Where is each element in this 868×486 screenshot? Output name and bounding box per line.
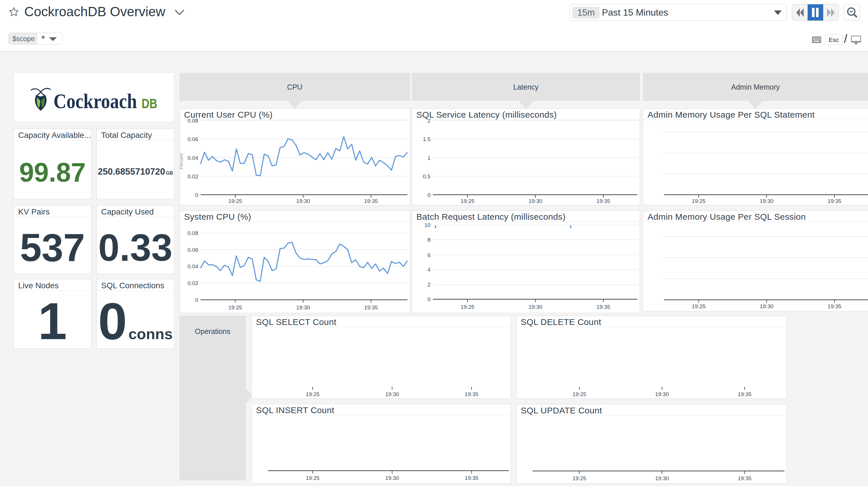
svg-text:8: 8 [427,237,431,243]
svg-text:1: 1 [427,155,431,161]
svg-text:Percent: Percent [180,153,184,169]
svg-text:19:30: 19:30 [655,475,669,481]
svg-text:0: 0 [427,192,431,198]
svg-text:19:30: 19:30 [760,198,774,204]
svg-text:1.5: 1.5 [423,136,431,142]
svg-text:19:25: 19:25 [461,304,474,310]
svg-text:DB: DB [142,96,157,111]
svg-text:2: 2 [427,282,431,288]
svg-text:19:30: 19:30 [385,391,399,397]
svg-text:19:35: 19:35 [828,198,841,204]
svg-text:19:35: 19:35 [738,391,751,397]
svg-text:0: 0 [195,192,198,198]
svg-text:0.06: 0.06 [188,136,198,142]
svg-text:19:35: 19:35 [364,305,378,311]
svg-text:0.06: 0.06 [188,247,198,253]
svg-text:19:35: 19:35 [596,304,610,310]
svg-text:0.02: 0.02 [188,173,198,179]
svg-text:19:25: 19:25 [306,475,319,481]
svg-text:19:25: 19:25 [228,305,242,311]
svg-text:19:25: 19:25 [572,391,586,397]
svg-text:19:25: 19:25 [692,303,706,309]
svg-text:19:30: 19:30 [528,304,542,310]
svg-text:19:30: 19:30 [296,305,310,311]
svg-text:19:35: 19:35 [364,198,378,204]
svg-text:0.02: 0.02 [188,280,198,286]
svg-text:19:35: 19:35 [596,198,610,204]
svg-text:19:30: 19:30 [760,303,774,309]
svg-text:Cockroach: Cockroach [54,90,137,113]
svg-text:0.04: 0.04 [188,263,198,269]
svg-text:0.08: 0.08 [188,118,198,124]
svg-text:0.5: 0.5 [423,173,431,179]
svg-text:19:35: 19:35 [465,475,478,481]
svg-text:0.04: 0.04 [188,155,198,161]
svg-text:19:30: 19:30 [296,198,310,204]
svg-text:0.08: 0.08 [188,230,198,236]
svg-text:19:30: 19:30 [528,198,542,204]
svg-text:19:25: 19:25 [692,198,706,204]
svg-text:19:25: 19:25 [306,391,319,397]
svg-text:10: 10 [425,222,431,228]
svg-text:19:35: 19:35 [828,303,841,309]
svg-text:19:35: 19:35 [465,391,478,397]
svg-text:2: 2 [427,118,431,124]
svg-text:19:30: 19:30 [385,475,399,481]
svg-text:0: 0 [427,296,431,303]
svg-text:4: 4 [427,266,431,273]
svg-text:19:25: 19:25 [461,198,474,204]
svg-text:19:25: 19:25 [228,198,242,204]
svg-text:6: 6 [427,252,431,258]
svg-text:19:30: 19:30 [655,391,669,397]
svg-text:19:25: 19:25 [572,475,586,481]
svg-text:19:35: 19:35 [738,475,751,481]
svg-text:0: 0 [195,297,198,303]
